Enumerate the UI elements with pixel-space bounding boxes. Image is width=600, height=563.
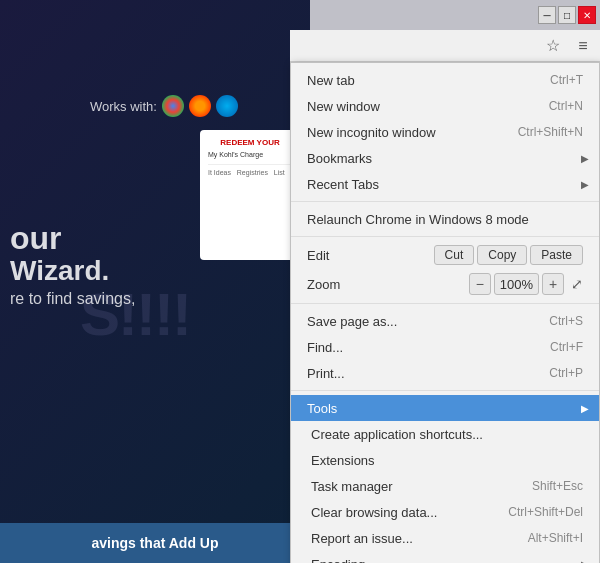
maximize-button[interactable]: □ <box>558 6 576 24</box>
menu-section-relaunch: Relaunch Chrome in Windows 8 mode <box>291 202 599 237</box>
chrome-menu: New tab Ctrl+T New window Ctrl+N New inc… <box>290 62 600 563</box>
minimize-button[interactable]: ─ <box>538 6 556 24</box>
menu-item-save-page[interactable]: Save page as... Ctrl+S <box>291 308 599 334</box>
menu-item-extensions[interactable]: Extensions <box>291 447 599 473</box>
works-with-area: Works with: <box>90 95 238 117</box>
menu-item-tools[interactable]: Tools <box>291 395 599 421</box>
menu-item-recent-tabs[interactable]: Recent Tabs <box>291 171 599 197</box>
edit-buttons: Cut Copy Paste <box>434 245 583 265</box>
redeem-card: REDEEM YOUR My Kohl's Charge It Ideas Re… <box>200 130 300 260</box>
zoom-row: Zoom − 100% + ⤢ <box>291 269 599 299</box>
browser-toolbar: ☆ ≡ <box>290 30 600 62</box>
menu-item-bookmarks[interactable]: Bookmarks <box>291 145 599 171</box>
menu-item-report-issue[interactable]: Report an issue... Alt+Shift+I <box>291 525 599 551</box>
zoom-label: Zoom <box>307 277 340 292</box>
menu-item-find[interactable]: Find... Ctrl+F <box>291 334 599 360</box>
page-our-text: our <box>10 220 62 257</box>
edit-label: Edit <box>307 248 329 263</box>
bottom-banner: avings that Add Up <box>0 523 310 563</box>
menu-item-encoding[interactable]: Encoding <box>291 551 599 563</box>
page-savings-text: re to find savings, <box>10 290 135 308</box>
menu-item-create-shortcuts[interactable]: Create application shortcuts... <box>291 421 599 447</box>
bottom-banner-text: avings that Add Up <box>91 535 218 551</box>
zoom-controls: − 100% + ⤢ <box>469 273 583 295</box>
page-wizard-text: Wizard. <box>10 255 109 287</box>
redeem-options: It Ideas Registries List <box>208 164 292 176</box>
menu-section-edit-zoom: Edit Cut Copy Paste Zoom − 100% + ⤢ <box>291 237 599 304</box>
cut-button[interactable]: Cut <box>434 245 475 265</box>
paste-button[interactable]: Paste <box>530 245 583 265</box>
menu-item-new-tab[interactable]: New tab Ctrl+T <box>291 67 599 93</box>
zoom-value: 100% <box>494 273 539 295</box>
zoom-minus-button[interactable]: − <box>469 273 491 295</box>
menu-item-print[interactable]: Print... Ctrl+P <box>291 360 599 386</box>
redeem-sub: My Kohl's Charge <box>208 151 292 158</box>
menu-item-new-incognito[interactable]: New incognito window Ctrl+Shift+N <box>291 119 599 145</box>
firefox-logo <box>189 95 211 117</box>
close-button[interactable]: ✕ <box>578 6 596 24</box>
works-with-text: Works with: <box>90 99 157 114</box>
menu-section-new: New tab Ctrl+T New window Ctrl+N New inc… <box>291 63 599 202</box>
zoom-fullscreen-button[interactable]: ⤢ <box>571 276 583 292</box>
copy-button[interactable]: Copy <box>477 245 527 265</box>
page-background: Works with: REDEEM YOUR My Kohl's Charge… <box>0 0 310 563</box>
menu-item-new-window[interactable]: New window Ctrl+N <box>291 93 599 119</box>
bookmark-star-button[interactable]: ☆ <box>540 33 566 59</box>
ie-logo <box>216 95 238 117</box>
chrome-logo <box>162 95 184 117</box>
edit-row: Edit Cut Copy Paste <box>291 241 599 269</box>
menu-item-clear-browsing[interactable]: Clear browsing data... Ctrl+Shift+Del <box>291 499 599 525</box>
redeem-title: REDEEM YOUR <box>208 138 292 147</box>
zoom-plus-button[interactable]: + <box>542 273 564 295</box>
menu-section-tools: Tools Create application shortcuts... Ex… <box>291 391 599 563</box>
menu-item-relaunch[interactable]: Relaunch Chrome in Windows 8 mode <box>291 206 599 232</box>
menu-section-save: Save page as... Ctrl+S Find... Ctrl+F Pr… <box>291 304 599 391</box>
menu-button[interactable]: ≡ <box>570 33 596 59</box>
menu-item-task-manager[interactable]: Task manager Shift+Esc <box>291 473 599 499</box>
